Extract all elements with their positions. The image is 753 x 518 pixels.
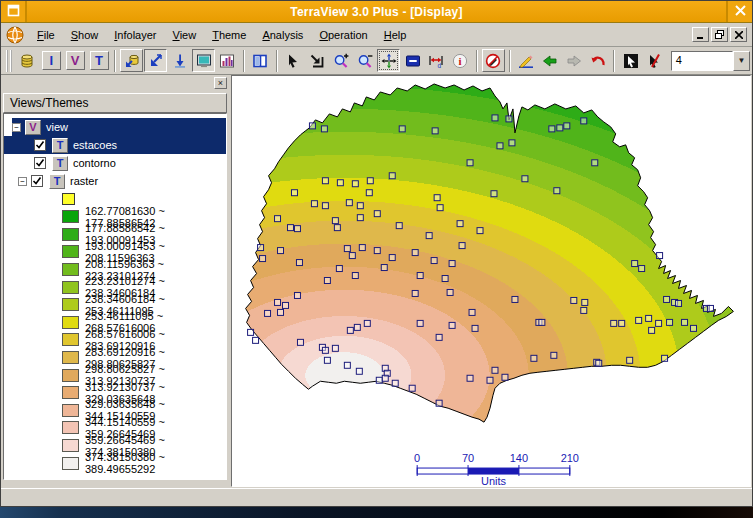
tree-item-label: estacoes: [73, 139, 117, 151]
station-marker: [549, 126, 555, 132]
collapse-expander-icon[interactable]: −: [12, 123, 21, 132]
database-button[interactable]: [16, 49, 39, 72]
menu-item-operation[interactable]: Operation: [312, 26, 374, 44]
station-marker: [381, 265, 387, 271]
close-icon: [735, 5, 746, 18]
toolbar-drag-handle[interactable]: [6, 50, 12, 72]
station-marker: [344, 246, 350, 252]
raster-checkbox[interactable]: [31, 175, 43, 187]
panel-close-button[interactable]: ×: [214, 77, 227, 89]
station-marker: [309, 123, 315, 129]
legend-swatch: [62, 351, 79, 364]
window-menu-icon: [7, 4, 20, 19]
zoom-in-button[interactable]: [329, 49, 352, 72]
histogram-button[interactable]: [216, 49, 239, 72]
station-marker: [392, 380, 398, 386]
display-window-button[interactable]: [192, 49, 215, 72]
station-marker: [557, 125, 563, 131]
station-marker: [492, 115, 498, 121]
estacoes-checkbox[interactable]: [34, 139, 46, 151]
station-marker: [592, 160, 598, 166]
legend-item[interactable]: 374.38150380 ~ 389.49655292: [4, 454, 226, 472]
mdi-minimize-button[interactable]: [692, 27, 709, 42]
menu-item-show[interactable]: Show: [64, 26, 106, 44]
measure-distance-icon: d: [428, 53, 444, 69]
import-data-button[interactable]: [120, 49, 143, 72]
station-marker: [366, 190, 372, 196]
scale-combo[interactable]: 4 ▼: [671, 51, 750, 71]
raster-legend: 162.77081630 ~ 177.88586542177.88586542 …: [4, 208, 226, 472]
svg-text:i: i: [459, 55, 462, 67]
menu-item-infolayer[interactable]: Infolayer: [107, 26, 163, 44]
collapse-expander-icon[interactable]: −: [18, 177, 27, 186]
legend-swatch: [62, 386, 79, 399]
pointer-button[interactable]: [282, 49, 305, 72]
deselect-cursor-button[interactable]: [643, 49, 666, 72]
pointer-icon: [285, 53, 301, 69]
legend-swatch: [62, 421, 79, 434]
zoom-out-button[interactable]: [353, 49, 376, 72]
station-marker: [283, 302, 289, 308]
menu-item-view[interactable]: View: [165, 26, 203, 44]
undo-button[interactable]: [586, 49, 609, 72]
station-marker: [512, 296, 518, 302]
info-icon: i: [452, 53, 468, 69]
undo-icon: [590, 53, 606, 69]
station-marker: [322, 178, 328, 184]
station-marker: [632, 261, 638, 267]
chevron-down-icon[interactable]: ▼: [733, 51, 750, 71]
fit-extent-button[interactable]: [306, 49, 329, 72]
zoom-out-icon: [357, 53, 373, 69]
info-button[interactable]: i: [449, 49, 472, 72]
menu-item-analysis[interactable]: Analysis: [255, 26, 310, 44]
mdi-close-button[interactable]: [730, 27, 747, 42]
menu-items: FileShowInfolayerViewThemeAnalysisOperat…: [30, 26, 692, 44]
station-marker: [682, 319, 688, 325]
menu-item-file[interactable]: File: [30, 26, 62, 44]
select-cursor-button[interactable]: [619, 49, 642, 72]
titlebar[interactable]: TerraView 3.0 Plus - [Display]: [1, 1, 752, 23]
back-arrow-button[interactable]: [538, 49, 561, 72]
views-button[interactable]: V: [64, 49, 87, 72]
legend-swatch: [62, 333, 79, 346]
views-themes-tree[interactable]: − V view T estacoes T contorno −: [3, 113, 227, 480]
infolayer-button[interactable]: I: [40, 49, 63, 72]
station-marker: [349, 253, 355, 259]
measure-distance-button[interactable]: d: [425, 49, 448, 72]
pan-button[interactable]: [377, 49, 400, 72]
menu-item-help[interactable]: Help: [377, 26, 414, 44]
themes-button[interactable]: T: [88, 49, 111, 72]
tile-windows-button[interactable]: [249, 49, 272, 72]
view-node-icon: V: [25, 120, 41, 135]
station-marker: [253, 337, 259, 343]
edit-disabled-button[interactable]: [482, 49, 505, 72]
mdi-restore-button[interactable]: [711, 27, 728, 42]
tree-item-contorno[interactable]: T contorno: [4, 154, 226, 172]
previous-display-button[interactable]: [401, 49, 424, 72]
contorno-checkbox[interactable]: [34, 157, 46, 169]
database-icon: [19, 53, 35, 69]
window-close-button[interactable]: [726, 1, 752, 22]
import-view-icon: [148, 53, 164, 69]
import-table-button[interactable]: [168, 49, 191, 72]
draw-line-button[interactable]: [515, 49, 538, 72]
main-area: × Views/Themes − V view T estacoes T con…: [1, 75, 752, 488]
legend-swatch: [62, 404, 79, 417]
station-marker: [417, 320, 423, 326]
station-marker: [472, 325, 478, 331]
menu-item-theme[interactable]: Theme: [205, 26, 253, 44]
station-marker: [662, 355, 668, 361]
scale-combo-value[interactable]: 4: [671, 51, 733, 71]
station-marker: [522, 176, 528, 182]
tree-item-estacoes[interactable]: T estacoes: [4, 136, 226, 154]
map-canvas[interactable]: 070140210Units: [231, 75, 751, 487]
station-marker: [376, 377, 382, 383]
tree-item-view[interactable]: − V view: [12, 118, 226, 136]
display-window-icon: [196, 53, 212, 69]
back-arrow-icon: [542, 53, 558, 69]
import-view-button[interactable]: [144, 49, 167, 72]
window-menu-button[interactable]: [1, 1, 27, 22]
tree-item-raster[interactable]: − T raster: [4, 172, 226, 190]
forward-arrow-button[interactable]: [562, 49, 585, 72]
station-marker: [278, 248, 284, 254]
